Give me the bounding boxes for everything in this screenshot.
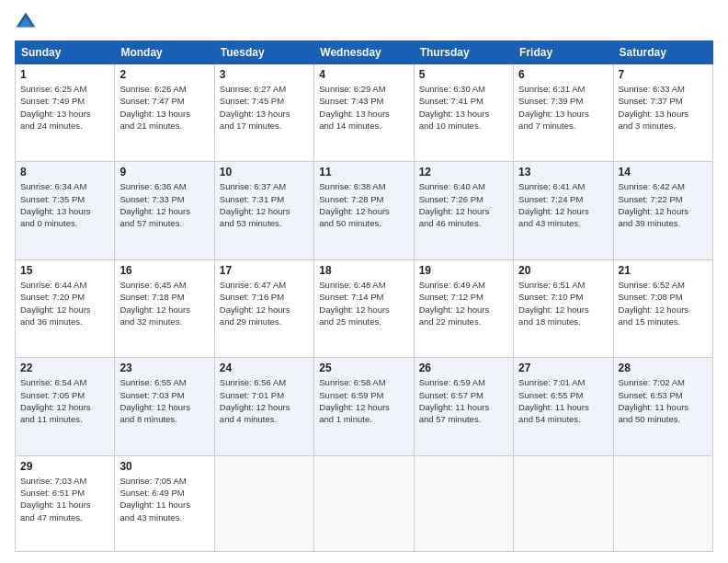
day-info: Sunrise: 6:37 AM Sunset: 7:31 PM Dayligh…	[220, 180, 309, 229]
page: Sunday Monday Tuesday Wednesday Thursday…	[0, 0, 728, 563]
table-cell: 18Sunrise: 6:48 AM Sunset: 7:14 PM Dayli…	[314, 259, 414, 357]
day-info: Sunrise: 6:51 AM Sunset: 7:10 PM Dayligh…	[518, 279, 608, 327]
day-number: 23	[119, 362, 209, 374]
day-info: Sunrise: 6:44 AM Sunset: 7:20 PM Dayligh…	[20, 279, 109, 327]
table-cell: 24Sunrise: 6:56 AM Sunset: 7:01 PM Dayli…	[214, 358, 313, 455]
table-cell: 9Sunrise: 6:36 AM Sunset: 7:33 PM Daylig…	[115, 162, 214, 259]
day-info: Sunrise: 6:41 AM Sunset: 7:24 PM Dayligh…	[518, 180, 608, 229]
table-cell: 22Sunrise: 6:54 AM Sunset: 7:05 PM Dayli…	[16, 358, 115, 455]
table-cell	[514, 455, 613, 551]
col-thursday: Thursday	[414, 41, 513, 64]
day-info: Sunrise: 6:29 AM Sunset: 7:43 PM Dayligh…	[319, 83, 408, 132]
day-number: 13	[518, 166, 608, 178]
table-cell: 26Sunrise: 6:59 AM Sunset: 6:57 PM Dayli…	[414, 358, 513, 455]
day-info: Sunrise: 7:05 AM Sunset: 6:49 PM Dayligh…	[119, 475, 209, 523]
day-info: Sunrise: 7:01 AM Sunset: 6:55 PM Dayligh…	[518, 376, 608, 425]
table-cell: 27Sunrise: 7:01 AM Sunset: 6:55 PM Dayli…	[514, 358, 613, 455]
day-info: Sunrise: 6:56 AM Sunset: 7:01 PM Dayligh…	[220, 376, 309, 425]
day-number: 8	[20, 166, 109, 178]
day-number: 29	[20, 460, 109, 473]
col-saturday: Saturday	[613, 41, 712, 64]
col-sunday: Sunday	[16, 41, 115, 64]
day-info: Sunrise: 6:34 AM Sunset: 7:35 PM Dayligh…	[20, 180, 109, 229]
day-number: 18	[319, 264, 408, 277]
day-info: Sunrise: 7:02 AM Sunset: 6:53 PM Dayligh…	[619, 376, 708, 425]
day-info: Sunrise: 6:54 AM Sunset: 7:05 PM Dayligh…	[20, 376, 109, 425]
day-number: 20	[518, 264, 608, 277]
calendar-table: Sunday Monday Tuesday Wednesday Thursday…	[15, 40, 713, 552]
table-cell: 2Sunrise: 6:26 AM Sunset: 7:47 PM Daylig…	[115, 64, 214, 162]
table-cell: 23Sunrise: 6:55 AM Sunset: 7:03 PM Dayli…	[115, 358, 214, 455]
day-number: 19	[419, 264, 508, 277]
table-cell: 11Sunrise: 6:38 AM Sunset: 7:28 PM Dayli…	[314, 162, 414, 259]
table-cell: 14Sunrise: 6:42 AM Sunset: 7:22 PM Dayli…	[613, 162, 712, 259]
day-number: 5	[419, 68, 508, 81]
col-friday: Friday	[514, 41, 613, 64]
day-info: Sunrise: 6:26 AM Sunset: 7:47 PM Dayligh…	[119, 83, 209, 132]
day-info: Sunrise: 6:45 AM Sunset: 7:18 PM Dayligh…	[119, 279, 209, 327]
table-cell: 1Sunrise: 6:25 AM Sunset: 7:49 PM Daylig…	[16, 64, 115, 162]
table-cell: 25Sunrise: 6:58 AM Sunset: 6:59 PM Dayli…	[314, 358, 414, 455]
table-cell: 8Sunrise: 6:34 AM Sunset: 7:35 PM Daylig…	[16, 162, 115, 259]
day-number: 26	[419, 362, 508, 374]
table-cell: 5Sunrise: 6:30 AM Sunset: 7:41 PM Daylig…	[414, 64, 513, 162]
day-info: Sunrise: 6:48 AM Sunset: 7:14 PM Dayligh…	[319, 279, 408, 327]
day-number: 9	[119, 166, 209, 178]
table-cell: 12Sunrise: 6:40 AM Sunset: 7:26 PM Dayli…	[414, 162, 513, 259]
day-number: 12	[419, 166, 508, 178]
day-info: Sunrise: 6:30 AM Sunset: 7:41 PM Dayligh…	[419, 83, 508, 132]
day-number: 3	[220, 68, 309, 81]
day-info: Sunrise: 6:47 AM Sunset: 7:16 PM Dayligh…	[220, 279, 309, 327]
day-info: Sunrise: 6:52 AM Sunset: 7:08 PM Dayligh…	[619, 279, 708, 327]
table-cell: 16Sunrise: 6:45 AM Sunset: 7:18 PM Dayli…	[115, 259, 214, 357]
col-tuesday: Tuesday	[214, 41, 313, 64]
table-cell	[314, 455, 414, 551]
day-number: 17	[220, 264, 309, 277]
day-info: Sunrise: 7:03 AM Sunset: 6:51 PM Dayligh…	[20, 475, 109, 523]
day-info: Sunrise: 6:31 AM Sunset: 7:39 PM Dayligh…	[518, 83, 608, 132]
table-cell	[414, 455, 513, 551]
table-cell: 6Sunrise: 6:31 AM Sunset: 7:39 PM Daylig…	[514, 64, 613, 162]
day-number: 6	[518, 68, 608, 81]
day-info: Sunrise: 6:38 AM Sunset: 7:28 PM Dayligh…	[319, 180, 408, 229]
day-number: 11	[319, 166, 408, 178]
table-cell: 30Sunrise: 7:05 AM Sunset: 6:49 PM Dayli…	[115, 455, 214, 551]
table-cell: 4Sunrise: 6:29 AM Sunset: 7:43 PM Daylig…	[314, 64, 414, 162]
table-cell: 19Sunrise: 6:49 AM Sunset: 7:12 PM Dayli…	[414, 259, 513, 357]
day-info: Sunrise: 6:36 AM Sunset: 7:33 PM Dayligh…	[119, 180, 209, 229]
day-info: Sunrise: 6:25 AM Sunset: 7:49 PM Dayligh…	[20, 83, 109, 132]
header-row: Sunday Monday Tuesday Wednesday Thursday…	[16, 41, 713, 64]
day-number: 16	[119, 264, 209, 277]
table-cell: 29Sunrise: 7:03 AM Sunset: 6:51 PM Dayli…	[16, 455, 115, 551]
table-cell: 21Sunrise: 6:52 AM Sunset: 7:08 PM Dayli…	[613, 259, 712, 357]
table-cell	[214, 455, 313, 551]
day-number: 28	[619, 362, 708, 374]
table-cell: 13Sunrise: 6:41 AM Sunset: 7:24 PM Dayli…	[514, 162, 613, 259]
day-number: 27	[518, 362, 608, 374]
col-wednesday: Wednesday	[314, 41, 414, 64]
day-number: 24	[220, 362, 309, 374]
logo-icon	[15, 11, 37, 33]
day-info: Sunrise: 6:55 AM Sunset: 7:03 PM Dayligh…	[119, 376, 209, 425]
table-cell: 10Sunrise: 6:37 AM Sunset: 7:31 PM Dayli…	[214, 162, 313, 259]
day-info: Sunrise: 6:58 AM Sunset: 6:59 PM Dayligh…	[319, 376, 408, 425]
day-number: 25	[319, 362, 408, 374]
day-number: 7	[619, 68, 708, 81]
table-cell: 15Sunrise: 6:44 AM Sunset: 7:20 PM Dayli…	[16, 259, 115, 357]
day-number: 15	[20, 264, 109, 277]
day-info: Sunrise: 6:42 AM Sunset: 7:22 PM Dayligh…	[619, 180, 708, 229]
day-number: 21	[619, 264, 708, 277]
day-number: 10	[220, 166, 309, 178]
table-cell: 20Sunrise: 6:51 AM Sunset: 7:10 PM Dayli…	[514, 259, 613, 357]
day-number: 30	[119, 460, 209, 473]
day-info: Sunrise: 6:33 AM Sunset: 7:37 PM Dayligh…	[619, 83, 708, 132]
day-info: Sunrise: 6:40 AM Sunset: 7:26 PM Dayligh…	[419, 180, 508, 229]
table-cell: 17Sunrise: 6:47 AM Sunset: 7:16 PM Dayli…	[214, 259, 313, 357]
day-info: Sunrise: 6:59 AM Sunset: 6:57 PM Dayligh…	[419, 376, 508, 425]
table-cell	[613, 455, 712, 551]
day-info: Sunrise: 6:27 AM Sunset: 7:45 PM Dayligh…	[220, 83, 309, 132]
header	[15, 11, 713, 33]
day-number: 14	[619, 166, 708, 178]
day-info: Sunrise: 6:49 AM Sunset: 7:12 PM Dayligh…	[419, 279, 508, 327]
logo	[15, 11, 40, 33]
